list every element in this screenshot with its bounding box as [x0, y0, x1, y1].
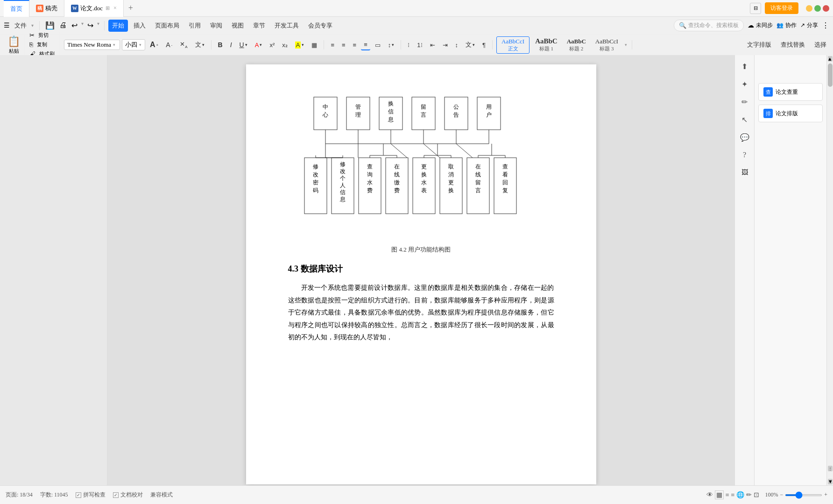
- find-replace-btn[interactable]: 查找替换: [778, 39, 808, 50]
- scroll-up-btn[interactable]: ▴: [828, 56, 833, 62]
- justify-btn[interactable]: ≡: [361, 40, 370, 50]
- paste-icon[interactable]: 📋: [7, 35, 20, 48]
- highlight-btn[interactable]: A▾: [292, 40, 307, 50]
- styles-expand-arrow[interactable]: ▾: [624, 42, 628, 48]
- copy-icon[interactable]: ⎘: [28, 41, 35, 49]
- indent-inc-btn[interactable]: ⇥: [440, 40, 451, 50]
- align-left-btn[interactable]: ≡: [328, 40, 337, 50]
- share-area[interactable]: ↗ 分享: [800, 21, 818, 29]
- sidebar-ai-btn[interactable]: ✦: [737, 77, 752, 91]
- paper-check-btn[interactable]: 查 论文查重: [758, 83, 823, 101]
- view-pen-icon[interactable]: ✏: [746, 491, 752, 499]
- zoom-out-btn[interactable]: −: [780, 491, 783, 498]
- text-border-btn[interactable]: ▦: [309, 40, 320, 50]
- view-print-icon[interactable]: ▦: [715, 490, 724, 499]
- font-shrink-btn[interactable]: A-: [163, 40, 175, 50]
- style-h3-btn[interactable]: AaBbCcI 标题 3: [592, 37, 622, 53]
- scrollbar[interactable]: ▴ ⋮ ▾: [826, 55, 833, 485]
- minimize-btn[interactable]: [806, 5, 812, 12]
- doc-scroll-area[interactable]: 中 心 管 理 换 信 息 留 言: [107, 55, 734, 485]
- style-normal-btn[interactable]: AaBbCcI 正文: [496, 36, 529, 54]
- select-btn[interactable]: 选择: [812, 39, 829, 50]
- view-web-icon[interactable]: ≡: [726, 491, 729, 499]
- align-right-btn[interactable]: ≡: [350, 40, 360, 50]
- view-globe-icon[interactable]: 🌐: [736, 491, 744, 499]
- line-spacing-btn[interactable]: ↕▾: [385, 40, 397, 50]
- membership-menu[interactable]: 会员专享: [304, 20, 336, 32]
- bullets-btn[interactable]: ⁝: [405, 40, 412, 50]
- references-menu[interactable]: 引用: [185, 20, 205, 32]
- clear-format-btn[interactable]: ✕A: [177, 39, 190, 50]
- collab-area[interactable]: 👥 协作: [777, 21, 797, 29]
- zoom-slider[interactable]: [785, 494, 822, 496]
- file-menu[interactable]: 文件: [11, 20, 30, 32]
- change-case-btn[interactable]: 文▾: [192, 39, 207, 50]
- more-btn[interactable]: ⋮: [822, 21, 829, 30]
- view-frame-icon[interactable]: ⊡: [754, 491, 759, 499]
- devtools-menu[interactable]: 开发工具: [271, 20, 303, 32]
- zoom-in-btn[interactable]: +: [824, 491, 827, 498]
- sidebar-edit-btn[interactable]: ✏: [737, 94, 752, 109]
- save-icon[interactable]: 💾: [43, 20, 56, 31]
- review-menu[interactable]: 审阅: [206, 20, 226, 32]
- show-hide-btn[interactable]: ¶: [480, 40, 488, 50]
- search-box[interactable]: 🔍 查找命令、搜索模板: [674, 20, 744, 31]
- undo-arrow[interactable]: ▾: [80, 20, 85, 31]
- sidebar-image-btn[interactable]: 🖼: [737, 165, 752, 180]
- layout-menu[interactable]: 页面布局: [151, 20, 183, 32]
- underline-btn[interactable]: U▾: [237, 40, 250, 50]
- spell-check-area[interactable]: ✓ 拼写检查: [76, 491, 106, 499]
- window-layout-btn[interactable]: ⊟: [750, 3, 761, 14]
- tab-doc[interactable]: W 论文.doc ⊞ ×: [64, 0, 124, 17]
- text-layout-btn[interactable]: 文字排版: [744, 39, 774, 50]
- text-box-btn[interactable]: ▭: [372, 40, 383, 50]
- style-h1-btn[interactable]: AaBbC 标题 1: [531, 36, 561, 53]
- svg-text:中: 中: [323, 104, 328, 110]
- new-tab-btn[interactable]: +: [124, 3, 138, 13]
- font-name-select[interactable]: Times New Roma ▾: [64, 40, 120, 50]
- view-read-icon[interactable]: 👁: [706, 491, 713, 499]
- chinese-format-btn[interactable]: 文▾: [463, 39, 478, 50]
- close-btn[interactable]: [823, 5, 829, 12]
- insert-menu[interactable]: 插入: [130, 20, 149, 32]
- italic-btn[interactable]: I: [227, 40, 235, 50]
- paper-format-btn[interactable]: 排 论文排版: [758, 105, 823, 122]
- doc-check-area[interactable]: ✓ 文档校对: [113, 491, 143, 499]
- sidebar-cursor-btn[interactable]: ↖: [737, 112, 752, 127]
- maximize-btn[interactable]: [814, 5, 821, 12]
- scroll-mid-btns[interactable]: ⋮: [828, 466, 833, 471]
- superscript-btn[interactable]: x²: [267, 40, 277, 50]
- tab-draft[interactable]: 稿 稿壳: [29, 0, 64, 17]
- numbering-btn[interactable]: 1⁝: [414, 40, 425, 50]
- sidebar-question-btn[interactable]: ?: [737, 147, 752, 162]
- undo-icon[interactable]: ↩: [70, 20, 79, 31]
- scroll-down-btn[interactable]: ▾: [828, 479, 833, 484]
- scroll-thumb[interactable]: [828, 63, 833, 87]
- sidebar-comment-btn[interactable]: 💬: [737, 130, 752, 145]
- style-h2-btn[interactable]: AaBbC 标题 2: [563, 37, 590, 53]
- sort-btn[interactable]: ↕: [452, 40, 461, 50]
- login-button[interactable]: 访客登录: [765, 2, 798, 14]
- font-grow-btn[interactable]: A+: [147, 39, 161, 50]
- chapter-menu[interactable]: 章节: [249, 20, 269, 32]
- font-size-select[interactable]: 小四 ▾: [122, 39, 145, 50]
- svg-text:回: 回: [502, 179, 508, 186]
- view-outline-icon[interactable]: ≡: [731, 491, 735, 499]
- sidebar-upload-btn[interactable]: ⬆: [737, 59, 752, 74]
- font-color-btn[interactable]: A▾: [252, 40, 265, 50]
- font-grow-sup: +: [156, 43, 159, 47]
- redo-arrow[interactable]: ▾: [96, 20, 100, 31]
- tab-home[interactable]: 首页: [4, 0, 29, 17]
- indent-dec-btn[interactable]: ⇤: [427, 40, 438, 50]
- tab-pin-icon[interactable]: ⊞: [106, 5, 110, 11]
- tab-close-btn[interactable]: ×: [113, 5, 117, 12]
- subscript-btn[interactable]: x₂: [279, 40, 290, 50]
- view-menu[interactable]: 视图: [228, 20, 247, 32]
- hamburger-menu[interactable]: ☰ 文件 ▾: [4, 20, 34, 32]
- align-center-btn[interactable]: ≡: [339, 40, 348, 50]
- bold-btn[interactable]: B: [215, 40, 226, 50]
- redo-icon[interactable]: ↪: [85, 20, 95, 31]
- print-icon[interactable]: 🖨: [57, 20, 69, 31]
- start-menu[interactable]: 开始: [108, 20, 128, 32]
- cut-icon[interactable]: ✂: [28, 31, 36, 40]
